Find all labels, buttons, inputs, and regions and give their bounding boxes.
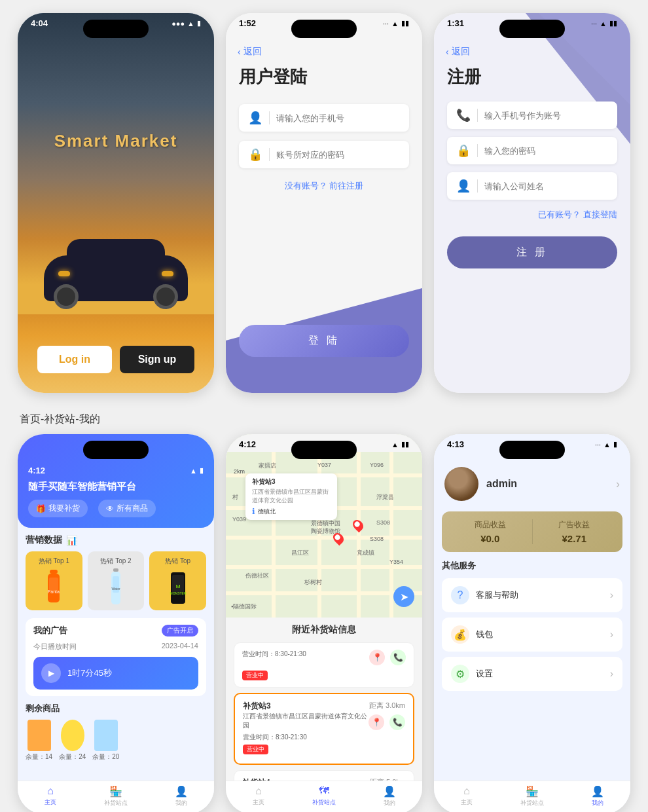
map-nav-home[interactable]: ⌂ 主页	[226, 785, 291, 807]
password-input[interactable]	[276, 150, 400, 160]
services-section: 其他服务 ? 客服与帮助 › 💰 钱包 › ⚙ 设置 ›	[434, 560, 630, 696]
register-link[interactable]: 前往注册	[329, 181, 363, 191]
nav-home[interactable]: ⌂ 主页	[18, 785, 83, 807]
hot-product-3: 热销 Top M MONSTER	[149, 551, 206, 610]
location-icon-2[interactable]: 📍	[369, 714, 384, 730]
rem-item-2: 余量：24	[59, 720, 86, 762]
wifi-icon: ▲	[391, 441, 399, 449]
scale-bar: 2km	[234, 468, 245, 475]
service-3-label: 设置	[476, 668, 603, 680]
play-button[interactable]: ▶	[41, 663, 61, 683]
ads-header: 我的广告 广告开启	[33, 625, 198, 637]
signal-icon: ···	[591, 20, 597, 28]
call-icon-2[interactable]: 📞	[389, 714, 405, 730]
register-submit-button[interactable]: 注 册	[447, 236, 617, 268]
map-nav-restock[interactable]: 🗺 补货站点	[291, 785, 357, 807]
station-card-2[interactable]: 补货站3 江西省景德镇市昌江区昌蒙街道体育文化公园 营业时间：8:30-21:3…	[234, 693, 414, 765]
map-label-15: Y354	[389, 559, 403, 565]
reg-password-input[interactable]	[484, 146, 608, 156]
avatar	[444, 467, 478, 501]
ads-timer: 1时7分45秒	[67, 667, 112, 679]
register-btn-wrap: 注 册	[434, 221, 630, 268]
signal-icon: ···	[595, 441, 601, 449]
phone-input[interactable]	[276, 113, 400, 123]
wheel-right	[153, 284, 178, 309]
divider-2	[477, 144, 478, 157]
map-label-11: 竟成镇	[357, 549, 374, 557]
location-icon-1[interactable]: 📍	[369, 650, 385, 665]
time-splash: 4:04	[31, 18, 48, 28]
splash-buttons: Log in Sign up	[37, 346, 194, 373]
login-btn-wrap: 登 陆	[226, 325, 422, 357]
station-1-info: 营业时间：8:30-21:30	[242, 650, 306, 659]
remaining-title: 剩余商品	[26, 703, 206, 714]
popup-station-name: 补货站3	[252, 477, 331, 487]
svg-rect-2	[49, 578, 58, 591]
phone-register: 1:31 ··· ▲ ▮▮ ‹ 返回 注册 📞 🔒	[434, 13, 630, 393]
ads-time-label: 今日播放时间	[33, 642, 77, 652]
login-button[interactable]: Log in	[37, 346, 112, 373]
phone-profile: 4:13 ··· ▲ ▮ admin › 商品收益 ¥0.0	[434, 434, 630, 812]
service-2-label: 钱包	[476, 629, 603, 640]
profile-nav-mine[interactable]: 👤 我的	[565, 785, 630, 807]
svg-text:Water: Water	[111, 587, 120, 591]
time-login: 1:52	[239, 18, 256, 28]
dynamic-island-4	[83, 441, 149, 459]
home-icon: ⌂	[463, 785, 470, 797]
reg-phone-input[interactable]	[484, 111, 608, 120]
home-header-title: 随手买随车智能营销平台	[28, 481, 204, 493]
map-nav-mine[interactable]: 👤 我的	[357, 785, 422, 807]
hot1-image: Fanta	[37, 568, 71, 608]
station-card-3[interactable]: 补货站4 江西省景德镇市浮梁县洪源镇德镇罗家机场 距离 5.0km	[234, 770, 414, 781]
hot-product-2: 热销 Top 2 Water	[88, 551, 145, 610]
rem-img-2	[61, 720, 84, 751]
profile-nav-home[interactable]: ⌂ 主页	[434, 785, 499, 807]
service-help[interactable]: ? 客服与帮助 ›	[442, 578, 622, 612]
map-label-2: Y037	[317, 462, 331, 468]
hot2-image: Water	[99, 568, 133, 608]
svg-text:MONSTER: MONSTER	[170, 591, 186, 595]
password-input-row: 🔒	[239, 141, 409, 168]
service-wallet[interactable]: 💰 钱包 ›	[442, 618, 622, 652]
splash-car	[31, 229, 201, 314]
person-icon: 👤	[456, 179, 471, 193]
wallet-icon: 💰	[451, 625, 469, 644]
map-label-14: S308	[370, 536, 384, 542]
navigation-button[interactable]: ➤	[393, 586, 414, 607]
restock-button[interactable]: 🎁 我要补货	[28, 500, 88, 517]
nearby-title: 附近补货站信息	[234, 624, 414, 636]
map-label-10: 昌江区	[291, 549, 309, 557]
status-icons-profile: ··· ▲ ▮	[595, 440, 617, 449]
wifi-icon: ▲	[603, 441, 611, 449]
screen-login: 1:52 ··· ▲ ▮▮ ‹ 返回 用户登陆 👤 🔒	[226, 13, 422, 393]
help-icon: ?	[451, 586, 469, 604]
ads-date: 2023-04-14	[162, 642, 198, 652]
home-bottom-nav: ⌂ 主页 🏪 补货站点 👤 我的	[18, 781, 214, 812]
ads-timer-box: ▶ 1时7分45秒	[33, 657, 198, 690]
headlight-right	[162, 271, 173, 276]
map-label-13: 杉树村	[304, 578, 322, 587]
profile-nav-restock[interactable]: 🏪 补货站点	[499, 785, 565, 807]
map-icon: 🗺	[319, 785, 329, 797]
login-form: 👤 🔒	[226, 104, 422, 168]
service-1-chevron-icon: ›	[610, 589, 613, 601]
ads-title: 我的广告	[33, 625, 67, 637]
all-products-button[interactable]: 👁 所有商品	[98, 500, 156, 517]
lock-icon: 🔒	[248, 147, 262, 162]
map-area[interactable]: 家擂店 Y037 Y096 村 浮梁县 Y039 景德镇中国 陶瓷博物馆 S30…	[226, 434, 422, 618]
back-label: 返回	[452, 46, 470, 58]
map-label-3: Y096	[370, 462, 384, 468]
reg-company-input[interactable]	[484, 181, 608, 191]
call-icon-1[interactable]: 📞	[390, 650, 406, 665]
signup-button[interactable]: Sign up	[120, 346, 194, 373]
nav-restock[interactable]: 🏪 补货站点	[83, 785, 149, 807]
phone-input-row: 👤	[239, 104, 409, 132]
service-settings[interactable]: ⚙ 设置 ›	[442, 657, 622, 691]
direct-login-link[interactable]: 直接登陆	[583, 210, 617, 219]
login-submit-button[interactable]: 登 陆	[239, 325, 409, 357]
station-card-1[interactable]: 营业时间：8:30-21:30 📍 📞 营业中	[234, 642, 414, 688]
station-1-icons: 📍 📞	[369, 650, 406, 665]
marketing-section-title: 营销数据 📊	[26, 534, 206, 546]
nav-mine[interactable]: 👤 我的	[149, 785, 214, 807]
hot2-label: 热销 Top 2	[100, 557, 131, 566]
